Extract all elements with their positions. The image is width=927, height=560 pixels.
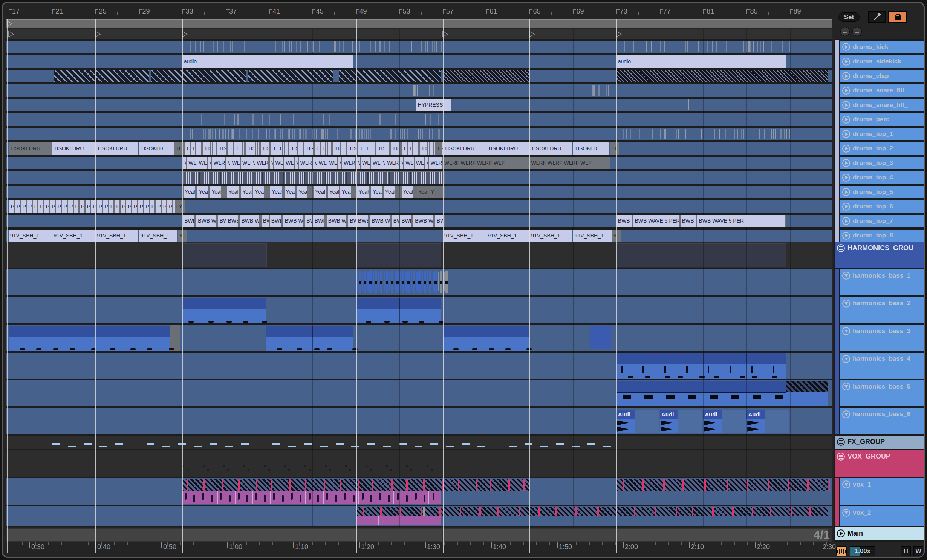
bar-ruler-label[interactable]: 21: [55, 8, 78, 16]
locator-line[interactable]: [529, 19, 530, 553]
clip[interactable]: WLR: [404, 157, 414, 169]
bar-ruler-label[interactable]: 61: [490, 8, 512, 16]
clip[interactable]: HYPRESS: [416, 99, 451, 111]
clip[interactable]: WLR: [415, 157, 424, 169]
track-lane-drums_perc[interactable]: [6, 113, 832, 126]
play-circle-icon[interactable]: [842, 43, 850, 51]
midi-clip-small[interactable]: [590, 326, 611, 349]
time-ruler-label[interactable]: 2:10: [691, 543, 721, 551]
bar-ruler-label[interactable]: 33: [186, 8, 208, 16]
clip[interactable]: T: [321, 142, 325, 155]
section-segment[interactable]: [96, 529, 182, 541]
clip[interactable]: [254, 142, 255, 155]
bar-ruler-label[interactable]: 69: [577, 8, 599, 16]
group-menu-icon[interactable]: [837, 438, 845, 446]
clip[interactable]: [196, 142, 197, 155]
clip[interactable]: 91V_SBH_1: [9, 230, 52, 242]
hatched-clip[interactable]: [54, 70, 149, 82]
track-header-vox-1[interactable]: vox_1: [840, 478, 924, 505]
track-header-drums-clap[interactable]: drums_clap: [840, 70, 924, 82]
hatched-clip[interactable]: [151, 70, 246, 82]
track-header-drums-top-3[interactable]: drums_top_3: [840, 157, 924, 169]
clip[interactable]: [384, 142, 386, 155]
clip[interactable]: [301, 142, 303, 155]
track-width-button[interactable]: W: [913, 546, 923, 556]
clip[interactable]: [371, 142, 373, 155]
track-header-drums-kick[interactable]: drums_kick: [840, 41, 924, 53]
clip[interactable]: TIS: [203, 142, 210, 155]
clip[interactable]: [388, 142, 389, 155]
playback-speed-control[interactable]: 1.00x: [850, 546, 875, 556]
clip[interactable]: [413, 142, 415, 155]
clip[interactable]: [386, 142, 388, 155]
track-header-drums-sidekick[interactable]: drums_sidekick: [840, 55, 924, 68]
clip[interactable]: Yeah: [270, 186, 282, 198]
clip[interactable]: P: [156, 200, 161, 213]
clip[interactable]: WLR: [385, 157, 399, 169]
play-circle-icon[interactable]: [842, 188, 850, 196]
track-header-harmonics-bass-1[interactable]: harmonics_bass_1: [840, 269, 924, 295]
fold-down-icon[interactable]: [842, 480, 850, 488]
midi-clip-header[interactable]: [182, 298, 266, 310]
clip[interactable]: BWB WAVE: [370, 215, 390, 227]
track-lane-drums_snare_fill_a[interactable]: [6, 84, 832, 97]
time-ruler-label[interactable]: 2:20: [757, 543, 787, 551]
clip[interactable]: TISOKI D: [573, 142, 609, 155]
fold-down-icon[interactable]: [842, 509, 850, 517]
clip[interactable]: BWB: [681, 215, 696, 227]
clip[interactable]: [286, 142, 288, 155]
clip[interactable]: P: [33, 200, 38, 213]
locator-line[interactable]: [356, 19, 357, 553]
clip[interactable]: P: [97, 200, 102, 213]
clip[interactable]: P: [109, 200, 114, 213]
audi-clip-header[interactable]: Audi: [746, 410, 765, 419]
audi-clip-header[interactable]: Audi: [660, 410, 678, 419]
clip[interactable]: WLR: [284, 157, 294, 169]
clip[interactable]: TISOKI DRU: [52, 142, 95, 155]
time-ruler-label[interactable]: 0:50: [163, 543, 193, 551]
clip[interactable]: 91V_SBH_1: [95, 230, 138, 242]
clip[interactable]: audio: [182, 55, 353, 68]
clip[interactable]: [369, 142, 371, 155]
clip[interactable]: V: [183, 157, 186, 169]
clip-muted[interactable]: TISOKI DRU: [9, 142, 52, 155]
hatched-clip-dense[interactable]: [616, 70, 828, 82]
track-header-drums-snare-fill-[interactable]: drums_snare_fill_: [840, 99, 924, 111]
clip[interactable]: WLR: [342, 157, 355, 169]
bar-ruler-label[interactable]: 85: [750, 8, 772, 16]
clip[interactable]: [299, 142, 301, 155]
midi-clip-body[interactable]: [182, 309, 266, 323]
clip[interactable]: V: [400, 157, 403, 169]
clip[interactable]: V: [270, 157, 273, 169]
track-header-harmonics-bass-5[interactable]: harmonics_bass_5: [840, 380, 924, 406]
audi-clip-header[interactable]: Audi: [616, 410, 635, 419]
clip[interactable]: TISO: [304, 142, 313, 155]
clip[interactable]: P: [115, 200, 119, 213]
play-circle-icon[interactable]: [842, 58, 850, 66]
clip[interactable]: Yeah: [340, 186, 351, 198]
vox-solid-band[interactable]: [356, 516, 441, 525]
clip-muted[interactable]: T: [435, 142, 442, 155]
clip[interactable]: Yeah: [285, 186, 295, 198]
clip[interactable]: BWB: [262, 215, 269, 227]
bar-ruler-label[interactable]: 73: [620, 8, 642, 16]
scrub-marker-icon[interactable]: ▷: [8, 29, 17, 39]
clip[interactable]: audio: [616, 55, 786, 68]
play-circle-icon[interactable]: [842, 116, 850, 124]
clip[interactable]: WLR: [429, 157, 442, 169]
clip[interactable]: [328, 142, 329, 155]
clip[interactable]: P: [144, 200, 149, 213]
play-circle-icon[interactable]: [842, 101, 850, 109]
clip[interactable]: V: [226, 157, 229, 169]
clip[interactable]: 91V_SBH_1: [529, 230, 572, 242]
bar-ruler-label[interactable]: 37: [229, 8, 252, 16]
loop-start-marker-icon[interactable]: ▷: [7, 19, 15, 28]
lock-button[interactable]: [888, 11, 907, 23]
clip[interactable]: WLR: [299, 157, 312, 169]
track-header-vox-group[interactable]: VOX_GROUP: [835, 450, 924, 477]
scrub-marker-icon[interactable]: ▷: [529, 29, 537, 39]
clip[interactable]: TISO: [217, 142, 226, 155]
track-header-drums-snare-fill-[interactable]: drums_snare_fill_: [840, 84, 924, 97]
midi-clip-header[interactable]: [443, 326, 529, 337]
clip[interactable]: BWB: [313, 215, 324, 227]
